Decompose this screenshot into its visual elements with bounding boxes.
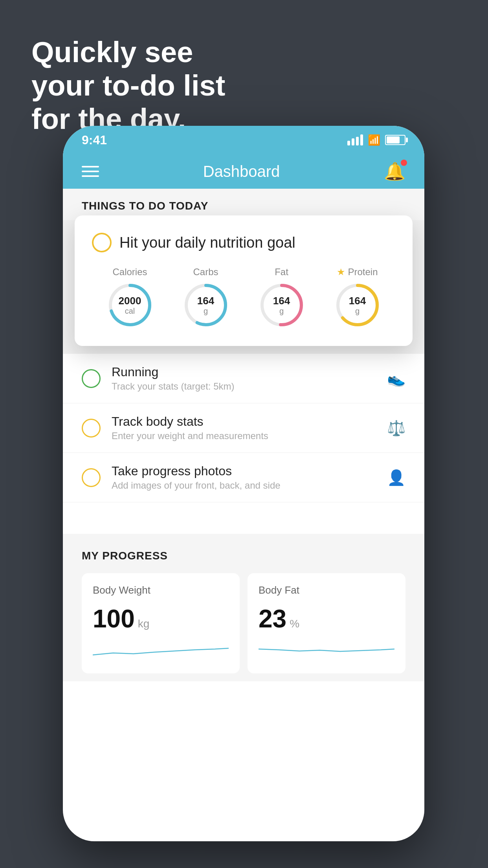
- body-fat-card[interactable]: Body Fat 23 %: [248, 573, 405, 673]
- status-bar: 9:41 📶: [63, 126, 424, 154]
- nutrition-radio[interactable]: [92, 233, 112, 252]
- nutrition-card: Hit your daily nutrition goal Calories 2…: [75, 215, 413, 346]
- hamburger-menu[interactable]: [82, 166, 99, 177]
- macro-calories: Calories 2000 cal: [106, 267, 154, 329]
- card-header: Hit your daily nutrition goal: [92, 233, 395, 252]
- protein-label: ★ Protein: [337, 267, 378, 278]
- progress-cards: Body Weight 100 kg Body Fat 23 %: [82, 573, 405, 673]
- todo-desc-running: Track your stats (target: 5km): [112, 381, 376, 392]
- todo-item-body-stats[interactable]: Track body stats Enter your weight and m…: [63, 403, 424, 453]
- carbs-circle: 164 g: [182, 281, 229, 329]
- todo-desc-photos: Add images of your front, back, and side: [112, 480, 376, 491]
- calories-unit: cal: [119, 306, 141, 315]
- macros-row: Calories 2000 cal Carbs: [92, 267, 395, 329]
- todo-content-photos: Take progress photos Add images of your …: [112, 464, 376, 491]
- body-fat-value-row: 23 %: [259, 604, 394, 633]
- bell-button[interactable]: 🔔: [384, 161, 405, 182]
- phone-mockup: 9:41 📶 Dashboard: [63, 126, 424, 841]
- running-icon: 👟: [387, 370, 405, 387]
- protein-value: 164: [349, 295, 366, 307]
- todo-circle-running: [82, 369, 101, 388]
- notification-dot: [401, 160, 407, 166]
- todo-item-running[interactable]: Running Track your stats (target: 5km) 👟: [63, 354, 424, 403]
- todo-name-photos: Take progress photos: [112, 464, 376, 478]
- nutrition-title: Hit your daily nutrition goal: [119, 234, 295, 251]
- body-weight-chart: [93, 641, 229, 661]
- scale-icon: ⚖️: [387, 419, 405, 437]
- wifi-icon: 📶: [368, 134, 380, 146]
- status-time: 9:41: [82, 133, 107, 147]
- macro-fat: Fat 164 g: [258, 267, 305, 329]
- todo-content-body-stats: Track body stats Enter your weight and m…: [112, 414, 376, 441]
- todo-name-running: Running: [112, 365, 376, 379]
- calories-label: Calories: [112, 267, 147, 278]
- todo-desc-body-stats: Enter your weight and measurements: [112, 430, 376, 441]
- todo-item-photos[interactable]: Take progress photos Add images of your …: [63, 453, 424, 502]
- fat-circle: 164 g: [258, 281, 305, 329]
- nav-bar: Dashboard 🔔: [63, 154, 424, 189]
- protein-unit: g: [349, 306, 366, 315]
- body-weight-value: 100: [93, 604, 135, 633]
- progress-section: MY PROGRESS Body Weight 100 kg Body Fat: [63, 534, 424, 681]
- calories-value: 2000: [119, 295, 141, 307]
- star-icon: ★: [337, 267, 345, 278]
- headline: Quickly see your to-do list for the day.: [31, 35, 225, 136]
- todo-circle-body-stats: [82, 419, 101, 438]
- body-weight-unit: kg: [138, 618, 150, 630]
- todo-name-body-stats: Track body stats: [112, 414, 376, 429]
- body-fat-chart: [259, 641, 394, 661]
- todo-circle-photos: [82, 468, 101, 487]
- calories-circle: 2000 cal: [106, 281, 154, 329]
- macro-carbs: Carbs 164 g: [182, 267, 229, 329]
- progress-title: MY PROGRESS: [82, 550, 405, 562]
- body-weight-card[interactable]: Body Weight 100 kg: [82, 573, 240, 673]
- carbs-label: Carbs: [193, 267, 218, 278]
- fat-value: 164: [273, 295, 290, 307]
- protein-circle: 164 g: [334, 281, 381, 329]
- things-section-title: THINGS TO DO TODAY: [82, 200, 208, 212]
- carbs-unit: g: [197, 306, 214, 315]
- body-fat-unit: %: [290, 618, 299, 630]
- body-fat-title: Body Fat: [259, 584, 394, 596]
- nav-title: Dashboard: [203, 163, 280, 180]
- fat-label: Fat: [275, 267, 288, 278]
- status-icons: 📶: [347, 134, 405, 146]
- carbs-value: 164: [197, 295, 214, 307]
- signal-icon: [347, 134, 363, 145]
- body-weight-title: Body Weight: [93, 584, 229, 596]
- macro-protein: ★ Protein 164 g: [334, 267, 381, 329]
- photo-icon: 👤: [387, 469, 405, 486]
- fat-unit: g: [273, 306, 290, 315]
- todo-content-running: Running Track your stats (target: 5km): [112, 365, 376, 392]
- body-fat-value: 23: [259, 604, 286, 633]
- body-weight-value-row: 100 kg: [93, 604, 229, 633]
- battery-icon: [385, 135, 405, 145]
